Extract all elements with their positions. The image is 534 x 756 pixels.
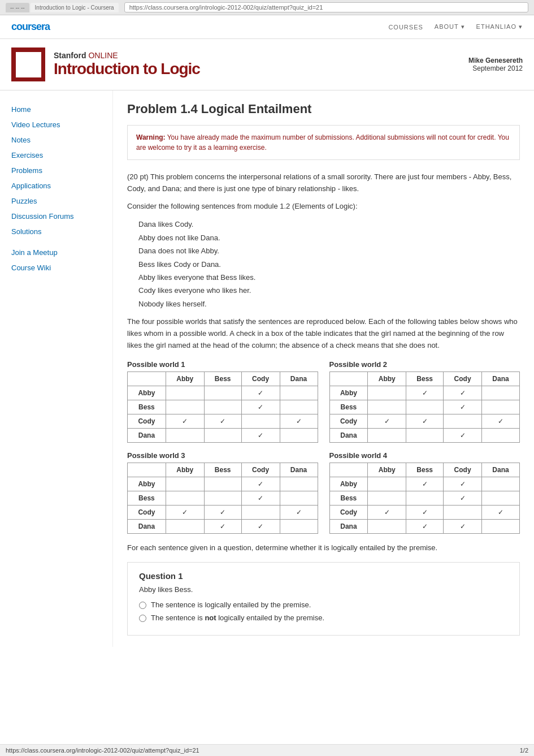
w3-col-dana: Dana bbox=[280, 463, 318, 477]
w3-row-bess: Bess bbox=[128, 491, 166, 505]
worlds-section: Possible world 1 Abby Bess Cody Dana bbox=[127, 360, 520, 534]
instructor-name: Mike Genesereth bbox=[468, 57, 523, 64]
w1-dana-bess bbox=[204, 428, 241, 442]
table-row: Bess ✓ bbox=[128, 491, 318, 505]
w4-bess-cody: ✓ bbox=[444, 491, 482, 505]
w2-col-abby: Abby bbox=[368, 371, 406, 386]
w1-dana-cody: ✓ bbox=[241, 428, 280, 442]
course-title-area: Stanford ONLINE Introduction to Logic bbox=[11, 47, 200, 81]
stanford-logo-box bbox=[11, 47, 45, 81]
coursera-logo-text: coursera bbox=[11, 21, 50, 32]
w4-col-abby: Abby bbox=[368, 463, 406, 477]
w3-bess-dana bbox=[280, 491, 318, 505]
w1-col-empty bbox=[128, 371, 166, 386]
sidebar-item-discussion-forums[interactable]: Discussion Forums bbox=[0, 209, 112, 224]
browser-tab-1[interactable]: -- -- -- bbox=[6, 3, 29, 12]
sidebar-item-notes[interactable]: Notes bbox=[0, 132, 112, 148]
w3-abby-abby bbox=[166, 477, 204, 491]
table-row: Cody ✓ ✓ ✓ bbox=[329, 505, 520, 519]
w3-cody-bess: ✓ bbox=[204, 505, 241, 519]
w3-abby-dana bbox=[280, 477, 318, 491]
world-4-table: Abby Bess Cody Dana Abby ✓ ✓ bbox=[329, 463, 520, 534]
course-title: Stanford ONLINE Introduction to Logic bbox=[54, 51, 200, 78]
w2-abby-cody: ✓ bbox=[444, 386, 482, 400]
main-layout: Home Video Lectures Notes Exercises Prob… bbox=[0, 90, 534, 647]
world-2-container: Possible world 2 Abby Bess Cody Dana bbox=[329, 360, 520, 443]
w1-abby-cody: ✓ bbox=[241, 386, 280, 400]
table-row: Bess ✓ bbox=[329, 491, 520, 505]
sidebar-item-course-wiki[interactable]: Course Wiki bbox=[0, 260, 112, 275]
nav-user[interactable]: ETHANLIAO ▾ bbox=[476, 23, 523, 31]
warning-label: Warning: bbox=[136, 133, 166, 141]
nav-courses[interactable]: COURSES bbox=[388, 24, 423, 31]
w2-row-cody: Cody bbox=[329, 414, 368, 428]
w2-abby-abby bbox=[368, 386, 406, 400]
question-1-radio-2[interactable] bbox=[139, 615, 146, 622]
question-1-title: Question 1 bbox=[139, 571, 508, 581]
world-3-table: Abby Bess Cody Dana Abby ✓ bbox=[127, 463, 318, 534]
w2-dana-dana bbox=[482, 428, 520, 442]
sidebar-item-home[interactable]: Home bbox=[0, 102, 112, 117]
w4-col-dana: Dana bbox=[482, 463, 520, 477]
w1-bess-dana bbox=[280, 400, 318, 414]
table-row: Bess ✓ bbox=[329, 400, 520, 414]
w4-cody-cody bbox=[444, 505, 482, 519]
sidebar: Home Video Lectures Notes Exercises Prob… bbox=[0, 90, 113, 647]
browser-bar: -- -- -- Introduction to Logic - Courser… bbox=[0, 0, 534, 15]
w1-col-bess: Bess bbox=[204, 371, 241, 386]
question-1-option-2-label: The sentence is not logically entailed b… bbox=[151, 614, 324, 622]
problem-intro: (20 pt) This problem concerns the interp… bbox=[127, 171, 520, 195]
world-1-title: Possible world 1 bbox=[127, 360, 318, 369]
course-info: Mike Genesereth September 2012 bbox=[468, 57, 523, 72]
w4-abby-cody: ✓ bbox=[444, 477, 482, 491]
header-nav: COURSES ABOUT ▾ ETHANLIAO ▾ bbox=[388, 23, 523, 31]
w3-col-empty bbox=[128, 463, 166, 477]
w4-col-empty bbox=[329, 463, 368, 477]
w1-cody-dana: ✓ bbox=[280, 414, 318, 428]
w2-cody-bess: ✓ bbox=[406, 414, 444, 428]
w2-cody-abby: ✓ bbox=[368, 414, 406, 428]
table-row: Abby ✓ ✓ bbox=[329, 386, 520, 400]
sidebar-item-applications[interactable]: Applications bbox=[0, 178, 112, 193]
nav-about[interactable]: ABOUT ▾ bbox=[435, 23, 465, 31]
w4-abby-bess: ✓ bbox=[406, 477, 444, 491]
sidebar-item-puzzles[interactable]: Puzzles bbox=[0, 193, 112, 209]
worlds-row-1: Possible world 1 Abby Bess Cody Dana bbox=[127, 360, 520, 443]
w4-bess-dana bbox=[482, 491, 520, 505]
address-bar[interactable]: https://class.coursera.org/intrologic-20… bbox=[124, 2, 528, 12]
question-1-text: Abby likes Bess. bbox=[139, 585, 508, 594]
sidebar-item-video-lectures[interactable]: Video Lectures bbox=[0, 117, 112, 132]
sidebar-item-solutions[interactable]: Solutions bbox=[0, 224, 112, 239]
w2-col-bess: Bess bbox=[406, 371, 444, 386]
w3-row-abby: Abby bbox=[128, 477, 166, 491]
table-row: Abby ✓ ✓ bbox=[329, 477, 520, 491]
world-2-title: Possible world 2 bbox=[329, 360, 520, 369]
w1-col-abby: Abby bbox=[166, 371, 204, 386]
sidebar-item-problems[interactable]: Problems bbox=[0, 163, 112, 178]
w2-abby-dana bbox=[482, 386, 520, 400]
w2-row-bess: Bess bbox=[329, 400, 368, 414]
course-main-title: Introduction to Logic bbox=[54, 60, 200, 78]
w3-dana-cody: ✓ bbox=[241, 519, 280, 533]
w1-bess-bess bbox=[204, 400, 241, 414]
table-row: Abby ✓ bbox=[128, 477, 318, 491]
question-1-radio-1[interactable] bbox=[139, 602, 146, 609]
table-row: Dana ✓ ✓ bbox=[329, 519, 520, 533]
w3-bess-abby bbox=[166, 491, 204, 505]
warning-box: Warning: You have already made the maxim… bbox=[127, 125, 520, 160]
w3-abby-bess bbox=[204, 477, 241, 491]
table-row: Dana ✓ bbox=[128, 428, 318, 442]
w2-dana-bess bbox=[406, 428, 444, 442]
w1-cody-bess: ✓ bbox=[204, 414, 241, 428]
problem-module-intro: Consider the following sentences from mo… bbox=[127, 201, 520, 213]
w1-dana-dana bbox=[280, 428, 318, 442]
sidebar-item-exercises[interactable]: Exercises bbox=[0, 148, 112, 163]
sentence-6: Cody likes everyone who likes her. bbox=[138, 284, 520, 297]
w4-row-abby: Abby bbox=[329, 477, 368, 491]
sidebar-item-join-meetup[interactable]: Join a Meetup bbox=[0, 245, 112, 260]
browser-tab-active[interactable]: Introduction to Logic - Coursera bbox=[31, 3, 119, 12]
table-row: Cody ✓ ✓ ✓ bbox=[329, 414, 520, 428]
w3-col-bess: Bess bbox=[204, 463, 241, 477]
w2-cody-cody bbox=[444, 414, 482, 428]
w2-row-dana: Dana bbox=[329, 428, 368, 442]
